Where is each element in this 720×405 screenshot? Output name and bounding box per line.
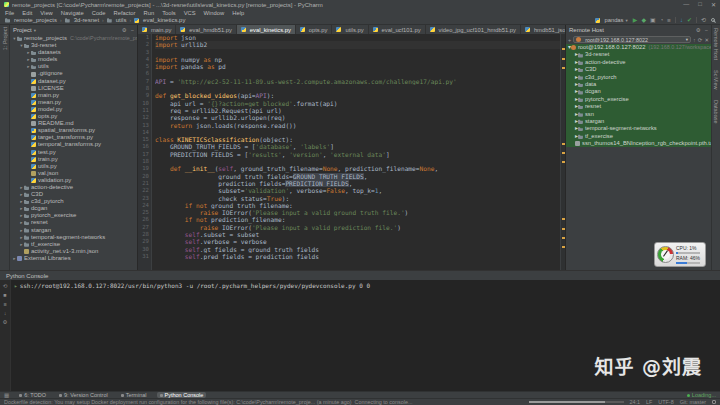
project-tree-item[interactable]: ▸External Libraries	[10, 255, 137, 262]
editor-tab[interactable]: utils.py	[332, 25, 368, 34]
menu-refactor[interactable]: Refactor	[114, 10, 136, 16]
menu-view[interactable]: View	[40, 10, 52, 16]
search-icon[interactable]	[711, 18, 715, 22]
project-tree-item[interactable]: utils.py	[10, 163, 137, 170]
project-tree-item[interactable]: mean.py	[10, 99, 137, 106]
close-button[interactable]: ✕	[711, 1, 716, 8]
settings-icon[interactable]: ⚙	[696, 27, 701, 33]
remote-tree-item[interactable]: ▸tf_exercise	[566, 133, 711, 140]
remote-tree-item[interactable]: ▸dcgan	[566, 88, 711, 95]
project-tree-item[interactable]: ▾3d-resnet	[10, 42, 137, 49]
file-encoding[interactable]: UTF-8	[658, 399, 673, 405]
project-tree-item[interactable]: ▸utils	[10, 63, 137, 70]
menu-vcs[interactable]: VCS	[184, 10, 196, 16]
scroll-to-end-icon[interactable]: ↓	[4, 310, 7, 316]
code-editor[interactable]: import jsonimport urllib2 import numpy a…	[152, 34, 560, 270]
code-line[interactable]	[155, 158, 560, 165]
remote-tree-item[interactable]: ssn_thumos14_BNInception_rgb_checkpoint.…	[566, 140, 711, 147]
python-console-tab[interactable]: Python Console	[6, 273, 48, 279]
stop-icon[interactable]: ■	[3, 292, 6, 298]
remote-tree-item[interactable]: ▸3d-resnet	[566, 51, 711, 58]
project-tree-item[interactable]: .gitignore	[10, 70, 137, 77]
settings-icon[interactable]: ⚙	[3, 319, 8, 325]
maximize-button[interactable]: □	[698, 1, 702, 8]
menu-edit[interactable]: Edit	[22, 10, 32, 16]
tool-stripe-remote-host[interactable]: Remote Host	[713, 28, 719, 60]
project-tree-item[interactable]: ▸action-detective	[10, 184, 137, 191]
project-tree-item[interactable]: ▸stargan	[10, 227, 137, 234]
code-line[interactable]: import urllib2	[155, 41, 560, 48]
project-tree-item[interactable]: activity_net.v1-3.min.json	[10, 248, 137, 255]
connection-select[interactable]: root@192.168.0.127:8022 ▾	[573, 36, 691, 43]
menu-code[interactable]: Code	[92, 10, 106, 16]
code-line[interactable]: PREDICTION_FIELDS = ['results', 'version…	[155, 151, 560, 158]
project-tree-item[interactable]: LICENSE	[10, 85, 137, 92]
upload-icon[interactable]: ↑	[693, 37, 696, 43]
project-tree-item[interactable]: model.py	[10, 106, 137, 113]
hide-panel-icon[interactable]: −	[705, 27, 708, 33]
remote-tree-item[interactable]: ▸resnet	[566, 103, 711, 110]
project-tree-item[interactable]: ▸models	[10, 56, 137, 63]
settings-icon[interactable]: ⚙	[122, 27, 127, 33]
editor-tab[interactable]: eval_ucf101.py	[369, 25, 426, 34]
breadcrumb-item[interactable]: remote_projects	[5, 17, 57, 23]
breadcrumb-item[interactable]: eval_kinetics.py	[134, 17, 185, 23]
code-line[interactable]: import json	[155, 34, 560, 41]
project-tree-item[interactable]: ▸datasets	[10, 49, 137, 56]
code-line[interactable]: check_status=True):	[155, 195, 560, 202]
project-tree-item[interactable]: temporal_transforms.py	[10, 141, 137, 148]
add-connection-icon[interactable]: +	[568, 37, 571, 43]
remote-tree-item[interactable]: ▸temporal-segment-networks	[566, 125, 711, 132]
project-tree-item[interactable]: ▸c3d_pytorch	[10, 198, 137, 205]
code-line[interactable]	[155, 70, 560, 77]
tool-stripe-database[interactable]: Database	[713, 100, 719, 124]
project-tree-item[interactable]: main.py	[10, 92, 137, 99]
project-tree-item[interactable]: val.json	[10, 170, 137, 177]
code-line[interactable]: def __init__(self, ground_truth_filename…	[155, 165, 560, 172]
code-line[interactable]: def get_blocked_videos(api=API):	[155, 92, 560, 99]
menu-help[interactable]: Help	[232, 10, 244, 16]
breadcrumb-item[interactable]: 3d-resnet	[65, 17, 99, 23]
editor-tab[interactable]: video_jpg_ucf101_hmdb51.py	[426, 25, 521, 34]
commit-icon[interactable]: ✔	[687, 17, 692, 23]
code-line[interactable]: api_url = '{}?action=get_blocked'.format…	[155, 100, 560, 107]
project-tree-item[interactable]: test.py	[10, 149, 137, 156]
project-tree-item[interactable]: opts.py	[10, 113, 137, 120]
profiler-icon[interactable]: ◔	[660, 17, 664, 23]
debug-icon[interactable]: ◆	[641, 17, 646, 23]
code-line[interactable]: self.gt_fields = ground_truth_fields	[155, 246, 560, 253]
project-tree-item[interactable]: README.md	[10, 120, 137, 127]
line-separator[interactable]: LF	[646, 399, 652, 405]
code-line[interactable]	[155, 129, 560, 136]
history-icon[interactable]: ⟲	[701, 17, 706, 23]
project-tree-item[interactable]: ▸temporal-segment-networks	[10, 234, 137, 241]
menu-window[interactable]: Window	[204, 10, 225, 16]
tool-stripe-project[interactable]: 1: Project	[2, 27, 8, 50]
code-line[interactable]: GROUND_TRUTH_FIELDS = ['database', 'labe…	[155, 143, 560, 150]
code-line[interactable]: self.verbose = verbose	[155, 238, 560, 245]
close-icon[interactable]: ✕	[704, 37, 709, 43]
remote-tree-item[interactable]: ▸ssn	[566, 111, 711, 118]
project-tree-item[interactable]: ▸pytorch_exercise	[10, 212, 137, 219]
tool-stripe-sciview[interactable]: SciView	[713, 70, 719, 89]
project-tree-item[interactable]: dataset.py	[10, 78, 137, 85]
remote-tree-item[interactable]: ▸action-detective	[566, 59, 711, 66]
code-line[interactable]: if not prediction_filename:	[155, 216, 560, 223]
stop-icon[interactable]: ■	[667, 17, 671, 23]
run-configuration-select[interactable]: pandas ▾	[595, 17, 627, 23]
project-tree-item[interactable]: ▸tf_exercise	[10, 241, 137, 248]
soft-wrap-icon[interactable]: ≡	[3, 301, 6, 307]
code-line[interactable]: req = urllib2.Request(api_url)	[155, 107, 560, 114]
editor-tab[interactable]: eval_kinetics.py	[237, 25, 296, 34]
project-tree-item[interactable]: ▸resnet	[10, 219, 137, 226]
code-line[interactable]: prediction_fields=PREDICTION_FIELDS,	[155, 180, 560, 187]
rerun-icon[interactable]: ⟲	[3, 283, 8, 289]
remote-tree-item[interactable]: ▾root@192.168.0.127:8022(192.168.0.127/w…	[566, 44, 711, 51]
git-branch[interactable]: Git: master	[680, 399, 706, 405]
remote-tree-item[interactable]: ▸data	[566, 81, 711, 88]
code-line[interactable]: ground_truth_fields=GROUND_TRUTH_FIELDS,	[155, 173, 560, 180]
breadcrumb-item[interactable]: utils	[107, 17, 127, 23]
update-project-icon[interactable]: ↓	[680, 17, 683, 23]
remote-tree-item[interactable]: ▸C3D	[566, 66, 711, 73]
code-line[interactable]: API = 'http://ec2-52-11-11-89.us-west-2.…	[155, 78, 560, 85]
